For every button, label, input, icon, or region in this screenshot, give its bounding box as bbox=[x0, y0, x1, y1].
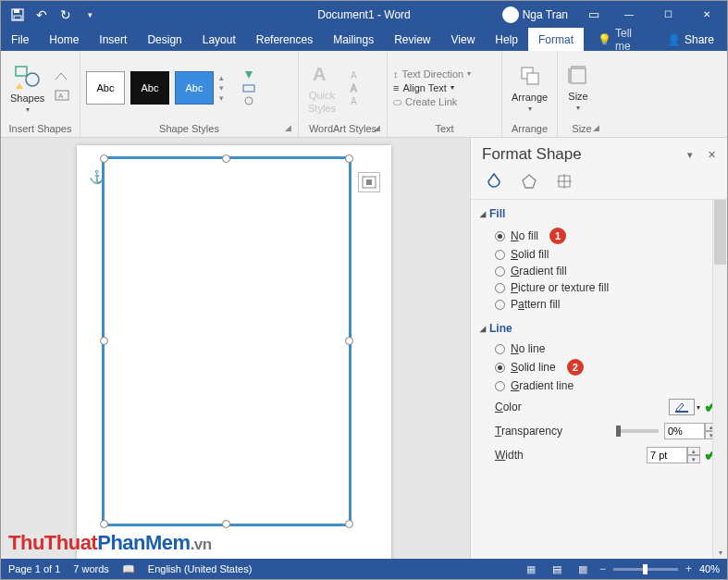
shape-effects-button[interactable] bbox=[241, 95, 262, 106]
shape-style-3[interactable]: Abc bbox=[175, 71, 214, 105]
pane-tab-effects[interactable] bbox=[519, 171, 539, 191]
shape-styles-launcher[interactable]: ◢ bbox=[285, 123, 296, 134]
radio-no-fill[interactable]: No fill1 bbox=[480, 226, 718, 246]
svg-rect-15 bbox=[571, 68, 586, 83]
tab-view[interactable]: View bbox=[441, 28, 486, 51]
tell-me-search[interactable]: 💡Tell me bbox=[587, 28, 657, 51]
create-link-button: ⬭Create Link bbox=[393, 96, 471, 108]
tab-design[interactable]: Design bbox=[137, 28, 191, 51]
radio-pattern-fill[interactable]: Pattern fill bbox=[480, 296, 718, 313]
svg-text:A: A bbox=[351, 83, 357, 93]
size-button[interactable]: Size▾ bbox=[563, 63, 593, 114]
tab-file[interactable]: File bbox=[1, 28, 39, 51]
tab-references[interactable]: References bbox=[246, 28, 323, 51]
zoom-level[interactable]: 40% bbox=[699, 563, 720, 574]
group-wordart-styles: A Quick Styles A A A WordArt Styles ◢ bbox=[299, 51, 388, 137]
resize-handle-n[interactable] bbox=[222, 154, 230, 163]
resize-handle-e[interactable] bbox=[345, 337, 353, 345]
resize-handle-sw[interactable] bbox=[100, 520, 108, 528]
radio-picture-fill[interactable]: Picture or texture fill bbox=[480, 279, 718, 296]
group-label-arrange: Arrange bbox=[508, 121, 551, 137]
transparency-slider[interactable] bbox=[616, 429, 659, 433]
section-fill: ◢Fill No fill1 Solid fill Gradient fill … bbox=[480, 207, 718, 313]
text-outline-button: A bbox=[349, 82, 369, 93]
resize-handle-se[interactable] bbox=[345, 520, 353, 528]
save-button[interactable] bbox=[6, 5, 29, 25]
tab-mailings[interactable]: Mailings bbox=[323, 28, 384, 51]
width-spinner[interactable]: ▴▾ bbox=[687, 447, 700, 463]
pane-options-button[interactable]: ▾ bbox=[687, 149, 693, 161]
radio-solid-fill[interactable]: Solid fill bbox=[480, 246, 718, 263]
status-language[interactable]: English (United States) bbox=[148, 563, 253, 574]
radio-solid-line[interactable]: Solid line2 bbox=[480, 357, 718, 377]
tab-help[interactable]: Help bbox=[485, 28, 528, 51]
wordart-launcher[interactable]: ◢ bbox=[374, 123, 385, 134]
line-color-picker[interactable] bbox=[669, 399, 695, 415]
text-direction-button: ↕Text Direction▾ bbox=[393, 68, 471, 80]
status-words[interactable]: 7 words bbox=[73, 563, 109, 574]
status-spellcheck-icon[interactable]: 📖 bbox=[122, 563, 135, 575]
tab-layout[interactable]: Layout bbox=[192, 28, 246, 51]
minimize-button[interactable]: — bbox=[612, 1, 646, 28]
size-launcher[interactable]: ◢ bbox=[593, 123, 604, 134]
document-canvas[interactable]: ⚓ bbox=[1, 138, 470, 559]
edit-shape-button[interactable] bbox=[54, 70, 70, 87]
pane-tab-fill-line[interactable] bbox=[484, 171, 504, 191]
shapes-gallery-button[interactable]: Shapes ▾ bbox=[6, 61, 48, 116]
resize-handle-w[interactable] bbox=[100, 337, 108, 345]
share-button[interactable]: 👤Share bbox=[657, 28, 727, 51]
shape-style-more[interactable]: ▴▾▾ bbox=[219, 71, 232, 105]
qat-customize[interactable]: ▾ bbox=[79, 5, 101, 25]
text-box-button[interactable]: A bbox=[54, 89, 70, 105]
view-web-layout[interactable]: ▩ bbox=[574, 563, 592, 575]
maximize-button[interactable]: ☐ bbox=[651, 1, 685, 28]
callout-2: 2 bbox=[567, 359, 584, 376]
ribbon-options-button[interactable]: ▭ bbox=[581, 1, 607, 28]
shape-style-1[interactable]: Abc bbox=[86, 71, 125, 105]
tab-format[interactable]: Format bbox=[528, 28, 584, 51]
resize-handle-nw[interactable] bbox=[100, 154, 108, 163]
arrange-button[interactable]: Arrange▾ bbox=[508, 62, 551, 115]
view-read-mode[interactable]: ▦ bbox=[522, 563, 540, 575]
radio-gradient-line[interactable]: Gradient line bbox=[480, 377, 718, 394]
shape-outline-button[interactable] bbox=[241, 82, 262, 93]
svg-rect-2 bbox=[14, 16, 21, 19]
bulb-icon: 💡 bbox=[598, 33, 611, 46]
pane-close-button[interactable]: ✕ bbox=[708, 149, 716, 161]
quick-styles-button[interactable]: A Quick Styles bbox=[304, 60, 339, 116]
status-bar: Page 1 of 1 7 words 📖 English (United St… bbox=[1, 559, 727, 579]
tab-insert[interactable]: Insert bbox=[89, 28, 137, 51]
line-heading[interactable]: ◢Line bbox=[480, 322, 718, 335]
redo-button[interactable]: ↻ bbox=[55, 5, 77, 25]
selected-rectangle-shape[interactable] bbox=[102, 156, 352, 526]
svg-text:A: A bbox=[351, 70, 357, 80]
shape-fill-button[interactable] bbox=[241, 69, 262, 80]
workspace: ⚓ Format Shape ▾ ✕ bbox=[1, 138, 727, 559]
view-print-layout[interactable]: ▤ bbox=[548, 563, 566, 575]
fill-heading[interactable]: ◢Fill bbox=[480, 207, 718, 220]
align-text-button[interactable]: ≡Align Text▾ bbox=[393, 82, 471, 93]
close-button[interactable]: ✕ bbox=[690, 1, 723, 28]
resize-handle-s[interactable] bbox=[222, 520, 230, 528]
width-input[interactable] bbox=[647, 447, 687, 463]
tab-home[interactable]: Home bbox=[39, 28, 89, 51]
shapes-icon bbox=[14, 63, 42, 91]
undo-button[interactable]: ↶ bbox=[31, 5, 53, 25]
radio-gradient-fill[interactable]: Gradient fill bbox=[480, 263, 718, 279]
zoom-out-button[interactable]: − bbox=[599, 562, 606, 575]
line-color-row: Color ▾ ✔ bbox=[480, 394, 718, 420]
resize-handle-ne[interactable] bbox=[345, 154, 353, 163]
zoom-slider[interactable] bbox=[613, 568, 678, 571]
layout-options-button[interactable] bbox=[358, 172, 380, 192]
text-fill-button: A bbox=[349, 69, 369, 80]
status-page[interactable]: Page 1 of 1 bbox=[8, 563, 60, 574]
pane-scrollbar[interactable]: ▴ ▾ bbox=[712, 200, 727, 559]
user-account[interactable]: Nga Tran bbox=[502, 6, 568, 23]
zoom-in-button[interactable]: + bbox=[685, 562, 692, 575]
transparency-input[interactable] bbox=[664, 423, 705, 439]
tab-review[interactable]: Review bbox=[384, 28, 440, 51]
shape-style-2[interactable]: Abc bbox=[130, 71, 169, 105]
radio-no-line[interactable]: No line bbox=[480, 340, 718, 357]
pane-tab-layout[interactable] bbox=[554, 171, 574, 191]
format-shape-pane: Format Shape ▾ ✕ ▴ ▾ ◢Fill No fill1 Soli… bbox=[470, 138, 727, 559]
